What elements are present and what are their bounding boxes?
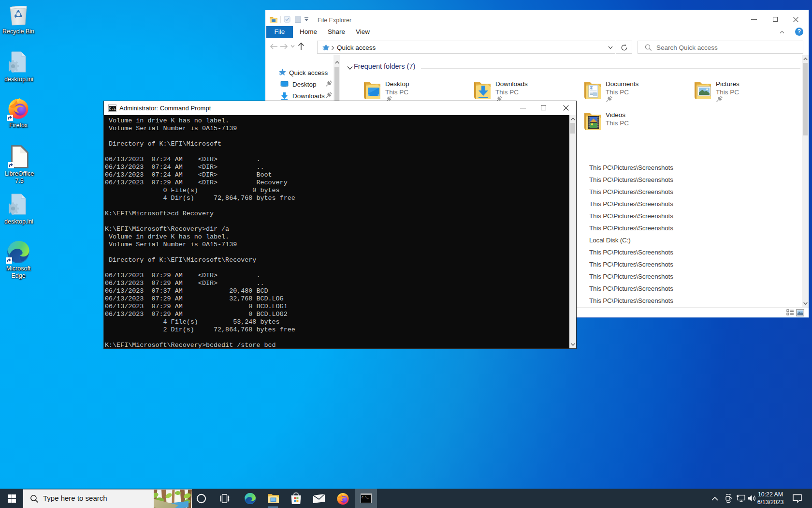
svg-text:C:\: C:\ (109, 107, 116, 111)
svg-text:A: A (589, 86, 593, 90)
svg-text:C:\_: C:\_ (362, 496, 369, 499)
